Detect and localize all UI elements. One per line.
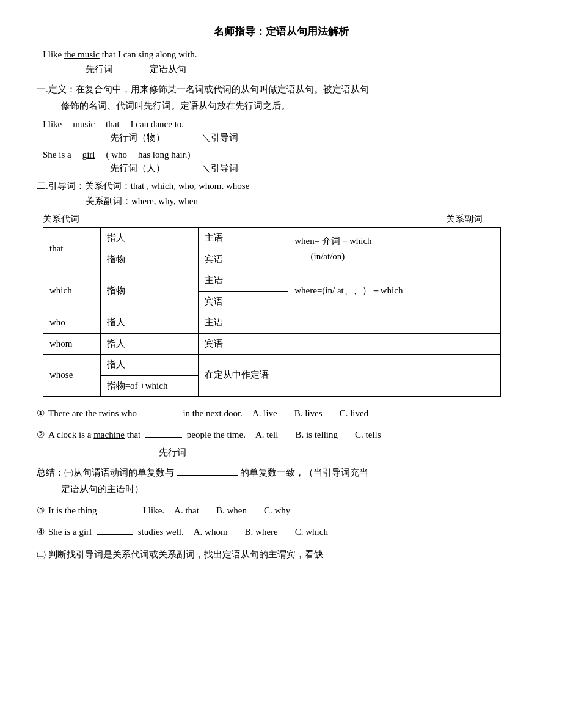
option-b: B. lives [294,405,323,422]
option-b: B. where [245,524,278,540]
label-xianxingci: 先行词 [86,64,113,75]
cell-which-role1: 主语 [199,270,288,292]
definition-text2: 修饰的名词、代词叫先行词。定语从句放在先行词之后。 [61,101,290,111]
option-c: C. lived [340,405,369,422]
example2-labels: 先行词（人） ＼引导词 [110,163,525,174]
cell-that-ref2: 指物 [100,249,199,270]
cell-whose: whose [43,355,101,397]
summary: 总结：㈠从句谓语动词的单复数与的单复数一致，（当引导词充当 定语从句的主语时） [37,465,525,498]
example2-prefix: She is a [43,150,71,160]
rel-adverb-line: 关系副词：where, why, when [86,196,525,207]
exercise4: ④ She is a girl studies well. A. whom B.… [37,524,525,540]
table-row: whom 指人 宾语 [43,333,501,355]
cell-that: that [43,228,101,270]
cell-where: where=(in/ at、、）＋which [288,270,501,312]
example1-label1: 先行词（物） [110,132,165,144]
exercise1-options: A. live B. lives C. lived [252,405,368,422]
example2-label1: 先行词（人） [110,163,165,174]
example2-connector: ( who [106,150,128,160]
option-b: B. is telling [295,427,338,443]
cell-whose-ref1: 指人 [100,355,199,376]
exercise3-num: ③ [37,502,45,519]
option-b: B. when [216,502,247,519]
example1-subject: music [73,119,95,130]
cell-that-role2: 宾语 [199,249,288,270]
cell-who-ref: 指人 [100,312,199,334]
cell-which-ref: 指物 [100,270,199,312]
intro-text: I like the music that I can sing along w… [43,50,197,59]
label-dingyu: 定语从句 [150,64,186,75]
grammar-table: that 指人 主语 when= 介词＋which (in/at/on) 指物 … [43,227,501,397]
cell-that-role1: 主语 [199,228,288,249]
cell-whom-adverb [288,333,501,355]
option-a: A. live [252,405,277,422]
example1-connector: that [106,119,120,130]
option-a: A. that [174,502,199,519]
last-line: ㈡ 判断找引导词是关系代词或关系副词，找出定语从句的主谓宾，看缺 [37,546,525,563]
section2-title: 二.引导词：关系代词：that , which, who, whom, whos… [37,180,525,192]
cell-which-role2: 宾语 [199,291,288,312]
cell-whose-adverb [288,355,501,397]
example2-label2: ＼引导词 [202,163,238,174]
definition-section: 一.定义：在复合句中，用来修饰某一名词或代词的从句叫做定语从句。被定语从句 修饰… [37,81,525,114]
exercise4-options: A. whom B. where C. which [194,524,328,540]
example2-line: She is a girl ( who has long hair.) [43,150,525,160]
cell-who-role: 主语 [199,312,288,334]
cell-which: which [43,270,101,312]
intro-labels: 先行词 定语从句 [86,64,525,75]
option-a: A. tell [255,427,279,443]
cell-who: who [43,312,101,334]
page-title: 名师指导：定语从句用法解析 [37,24,525,39]
col-rel-pronoun-header: 关系代词 [43,213,79,225]
xianxingci-label: 先行词 [159,447,525,458]
exercise4-num: ④ [37,524,45,540]
exercise1-num: ① [37,405,45,422]
example1-labels: 先行词（物） ＼引导词 [110,132,525,144]
example1-label2: ＼引导词 [202,132,238,144]
definition-text1: 一.定义：在复合句中，用来修饰某一名词或代词的从句叫做定语从句。被定语从句 [37,84,369,94]
exercise4-text: She is a girl studies well. [48,524,184,540]
exercise2-num: ② [37,427,45,443]
example2-subject: girl [82,150,95,160]
table-header: 关系代词 关系副词 [43,213,483,225]
col-rel-adverb-header: 关系副词 [446,213,483,225]
intro-sentence: I like the music that I can sing along w… [43,50,525,60]
cell-that-ref1: 指人 [100,228,199,249]
cell-when: when= 介词＋which (in/at/on) [288,228,501,270]
table-row: that 指人 主语 when= 介词＋which (in/at/on) [43,228,501,249]
exercise2: ② A clock is a machine that people the t… [37,427,525,443]
exercise1-text: There are the twins who in the next door… [48,405,243,422]
example1-rest: I can dance to. [131,119,184,130]
cell-who-adverb [288,312,501,334]
table-row: which 指物 主语 where=(in/ at、、）＋which [43,270,501,292]
exercise2-text: A clock is a machine that people the tim… [48,427,246,443]
option-c: C. why [264,502,290,519]
exercise2-options: A. tell B. is telling C. tells [255,427,381,443]
option-a: A. whom [194,524,228,540]
cell-whose-ref2: 指物=of +which [100,375,199,397]
exercise3-text: It is the thing I like. [48,502,164,519]
option-c: C. tells [355,427,381,443]
summary-text1: 总结：㈠从句谓语动词的单复数与的单复数一致，（当引导词充当 [37,468,368,477]
example1-line: I like music that I can dance to. [43,119,525,130]
example1-prefix: I like [43,119,62,130]
option-c: C. which [295,524,328,540]
example2-rest: has long hair.) [138,150,190,160]
cell-whom: whom [43,333,101,355]
summary-text2: 定语从句的主语时） [61,484,144,494]
table-row: who 指人 主语 [43,312,501,334]
exercise1: ① There are the twins who in the next do… [37,405,525,422]
cell-whose-role: 在定从中作定语 [199,355,288,397]
exercise3-options: A. that B. when C. why [174,502,290,519]
cell-whom-ref: 指人 [100,333,199,355]
cell-whom-role: 宾语 [199,333,288,355]
table-row: whose 指人 在定从中作定语 [43,355,501,376]
exercise3: ③ It is the thing I like. A. that B. whe… [37,502,525,519]
